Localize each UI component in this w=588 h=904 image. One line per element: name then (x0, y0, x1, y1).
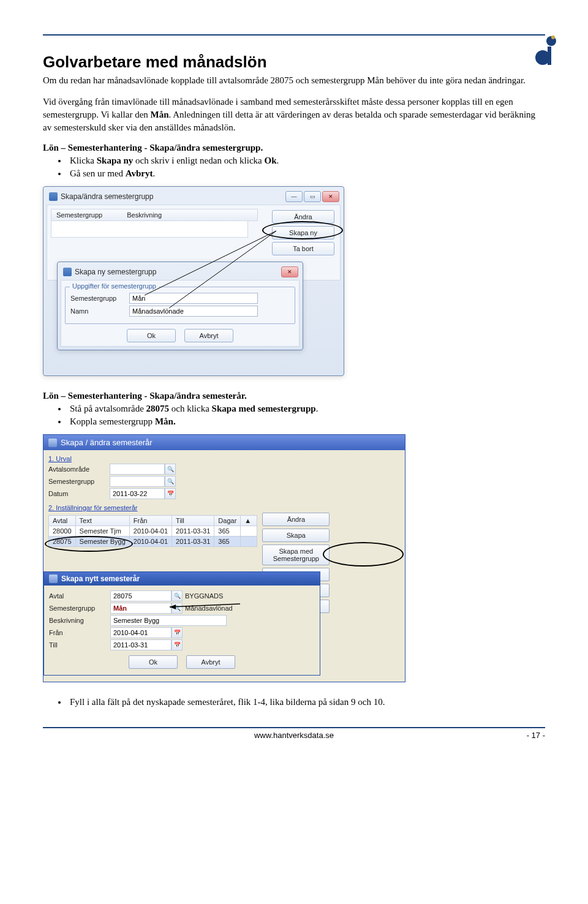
input-semestergrupp[interactable] (129, 293, 258, 304)
subdialog1-icon (63, 268, 72, 276)
dialog-skapa-nytt-semesterar: Skapa nytt semesterår Avtal 🔍 BYGGNADS S… (43, 571, 320, 676)
col-semestergrupp: Semestergrupp (56, 211, 102, 219)
dialog1-title: Skapa/ändra semestergrupp (61, 192, 153, 201)
col-beskrivning: Beskrivning (127, 211, 162, 219)
label-semestergrupp3: Semestergrupp (49, 605, 110, 612)
last-bullets: Fyll i alla fält på det nyskapade semest… (43, 696, 545, 709)
subdialog1-title: Skapa ny semestergrupp (75, 268, 156, 276)
footer-url: www.hantverksdata.se (80, 731, 508, 740)
dialog-skapa-andra-semesterar: Skapa / ändra semesterår 1. Urval Avtals… (43, 434, 405, 682)
dialog2-title: Skapa / ändra semesterår (61, 438, 153, 447)
page-title: Golvarbetare med månadslön (43, 53, 545, 72)
lookup-avtalsomrade-icon[interactable]: 🔍 (165, 464, 176, 475)
bullet-skapa-ny: Klicka Skapa ny och skriv i enligt nedan… (67, 154, 545, 167)
th-scroll: ▲ (241, 516, 257, 526)
label-avtalsomrade: Avtalsområde (48, 465, 110, 473)
avtal-extra: BYGGNADS (185, 592, 223, 600)
close-button[interactable]: ✕ (322, 191, 339, 202)
semestergrupp-extra: Månadsavlönad (185, 605, 233, 612)
dialog1-empty-list (51, 221, 248, 238)
label-datum: Datum (48, 490, 110, 497)
section2-title: Lön – Semesterhantering - Skapa/ändra se… (43, 391, 545, 401)
avbryt-button[interactable]: Avbryt (184, 329, 233, 342)
annotation-oval-skapa-med (323, 542, 404, 567)
dialog1-icon (49, 192, 58, 201)
header-divider (43, 34, 545, 36)
label-semestergrupp: Semestergrupp (70, 295, 126, 302)
skapa-ny-button[interactable]: Skapa ny (272, 226, 334, 239)
groupbox-uppgifter: Uppgifter för semestergrupp Semestergrup… (65, 287, 295, 324)
th-avtal[interactable]: Avtal (49, 516, 76, 526)
subdialog2-icon (49, 574, 58, 583)
input-fran[interactable] (110, 627, 172, 638)
semesterar-table: Avtal Text Från Till Dagar ▲ 28000 Semes… (48, 515, 257, 547)
brand-logo-icon (533, 34, 557, 66)
maximize-button[interactable]: ▭ (304, 191, 321, 202)
dialog2-titlebar: Skapa / ändra semesterår (43, 435, 405, 450)
input-semestergrupp2[interactable] (110, 476, 165, 487)
lookup-semestergrupp-icon[interactable]: 🔍 (165, 476, 176, 487)
table-row[interactable]: 28000 Semester Tjm 2010-04-01 2011-03-31… (49, 526, 257, 537)
skapa-med-semestergrupp-button[interactable]: Skapa med Semestergrupp (262, 544, 330, 565)
input-avtal[interactable] (110, 590, 172, 601)
andra-button2[interactable]: Ändra (262, 513, 330, 526)
intro-p2-bold: Mån (151, 110, 169, 119)
page: Golvarbetare med månadslön Om du redan h… (0, 34, 588, 764)
label-beskrivning: Beskrivning (49, 617, 110, 624)
dialog2-icon (48, 439, 57, 447)
bullet-fyll-i-alla: Fyll i alla fält på det nyskapade semest… (67, 696, 545, 709)
svg-point-1 (551, 36, 555, 39)
th-till[interactable]: Till (172, 516, 214, 526)
label-fran: Från (49, 629, 110, 636)
label-till: Till (49, 641, 110, 649)
section-installningar-link[interactable]: 2. Inställningar för semesterår (48, 504, 400, 511)
th-fran[interactable]: Från (129, 516, 172, 526)
ok-button[interactable]: Ok (127, 329, 176, 342)
andra-button[interactable]: Ändra (272, 210, 334, 224)
section-urval-link[interactable]: 1. Urval (48, 455, 400, 462)
minimize-button[interactable]: — (285, 191, 303, 202)
sub-close-button[interactable]: ✕ (281, 266, 298, 277)
ok-button2[interactable]: Ok (129, 655, 178, 669)
input-beskrivning[interactable] (110, 615, 227, 626)
bullet-koppla: Koppla semestergrupp Mån. (67, 415, 545, 428)
section1-bullets: Klicka Skapa ny och skriv i enligt nedan… (43, 154, 545, 180)
page-footer: www.hantverksdata.se - 17 - (43, 727, 545, 740)
subdialog2-title: Skapa nytt semesterår (61, 574, 140, 583)
svg-rect-3 (548, 47, 551, 65)
intro-p2: Vid övergång från timavlönade till månad… (43, 96, 545, 134)
bullet-sta-pa: Stå på avtalsområde 28075 och klicka Ska… (67, 402, 545, 415)
table-row-selected[interactable]: 28075 Semester Bygg 2010-04-01 2011-03-3… (49, 537, 257, 547)
dialog1-list-header: Semestergrupp Beskrivning (51, 209, 258, 221)
ta-bort-button[interactable]: Ta bort (272, 242, 334, 255)
lookup-semestergrupp3-icon[interactable]: 🔍 (172, 603, 183, 614)
lookup-datum-icon[interactable]: 📅 (165, 488, 176, 499)
dialog1-titlebar: Skapa/ändra semestergrupp — ▭ ✕ (47, 190, 341, 205)
skapa-button[interactable]: Skapa (262, 529, 330, 542)
th-dagar[interactable]: Dagar (214, 516, 241, 526)
input-semestergrupp3[interactable] (110, 603, 172, 614)
input-till[interactable] (110, 639, 172, 650)
avbryt-button2[interactable]: Avbryt (186, 655, 235, 669)
label-namn: Namn (70, 307, 126, 315)
section2-bullets: Stå på avtalsområde 28075 och klicka Ska… (43, 402, 545, 428)
lookup-fran-icon[interactable]: 📅 (172, 627, 183, 638)
th-text[interactable]: Text (75, 516, 129, 526)
input-datum[interactable] (110, 488, 165, 499)
label-avtal: Avtal (49, 592, 110, 600)
input-avtalsomrade[interactable] (110, 464, 165, 475)
groupbox-legend: Uppgifter för semestergrupp (70, 282, 159, 290)
label-semestergrupp2: Semestergrupp (48, 478, 110, 485)
lookup-till-icon[interactable]: 📅 (172, 639, 183, 650)
section1-title: Lön – Semesterhantering - Skapa/ändra se… (43, 143, 545, 153)
dialog-skapa-andra-semestergrupp: Skapa/ändra semestergrupp — ▭ ✕ Semester… (43, 186, 344, 376)
dialog-skapa-ny-semestergrupp: Skapa ny semestergrupp ✕ Uppgifter för s… (57, 262, 303, 350)
bullet-avbryt: Gå sen ur med Avbryt. (67, 167, 545, 180)
input-namn[interactable] (129, 306, 258, 317)
lookup-avtal-icon[interactable]: 🔍 (172, 590, 183, 601)
intro-p1: Om du redan har månadsavlönade kopplade … (43, 74, 545, 87)
footer-page: - 17 - (508, 731, 545, 740)
